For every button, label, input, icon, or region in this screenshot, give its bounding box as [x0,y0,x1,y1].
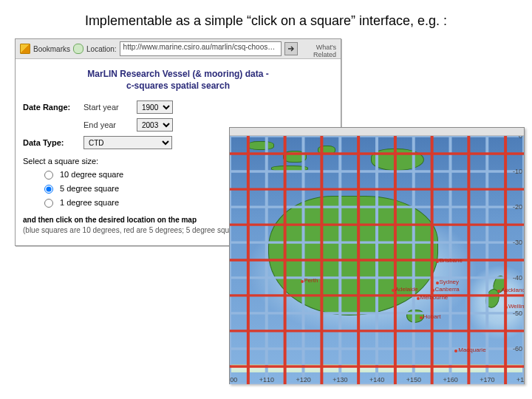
lat-label: -10 [513,168,522,175]
lat-label: -30 [513,239,522,246]
axis-layer: 0-10-20-30-40-50-60+100+110+120+130+140+… [230,136,524,384]
lat-label: -50 [513,310,522,317]
lon-label: +160 [443,376,458,383]
bookmarks-icon[interactable] [20,44,30,54]
lon-label: +120 [296,376,311,383]
lat-label: -20 [513,203,522,211]
lon-label: +140 [369,376,384,383]
start-year-label: Start year [83,103,129,112]
lon-label: +150 [406,376,421,383]
bookmarks-label[interactable]: Bookmarks [33,45,70,53]
end-year-label: End year [83,120,129,129]
location-label: Location: [86,45,117,53]
lon-label: +100 [230,376,237,383]
end-year-select[interactable]: 2003 [137,118,173,132]
go-icon [287,45,295,52]
map-area[interactable]: BrisbanePerthSydneyAdelaideCanberraMelbo… [230,136,524,384]
location-icon [73,44,83,54]
lat-label: 0 [519,136,522,140]
lon-label: +170 [480,376,494,383]
go-button[interactable] [284,42,298,55]
data-type-label: Data Type: [23,138,76,147]
page-title: MarLIN Research Vessel (& mooring) data … [23,68,333,92]
slide-caption: Implementable as a simple “click on a sq… [0,13,532,29]
date-range-label: Date Range: [23,103,76,112]
whats-related-label[interactable]: What's Related [301,44,336,54]
map-window-titlebar [230,128,524,136]
start-year-select[interactable]: 1900 [137,100,173,114]
address-input[interactable]: http://www.marine.csiro.au/marlin/csq-ch… [120,41,282,56]
map-window: BrisbanePerthSydneyAdelaideCanberraMelbo… [229,127,525,384]
lon-label: +110 [259,376,274,383]
lon-label: +180 [516,376,524,383]
lat-label: -60 [513,345,522,352]
lat-label: -40 [513,274,522,282]
data-type-select[interactable]: CTD [83,136,172,149]
browser-toolbar: Bookmarks Location: http://www.marine.cs… [16,39,341,59]
lon-label: +130 [332,376,347,383]
date-range-row: Date Range: Start year 1900 [23,100,333,114]
